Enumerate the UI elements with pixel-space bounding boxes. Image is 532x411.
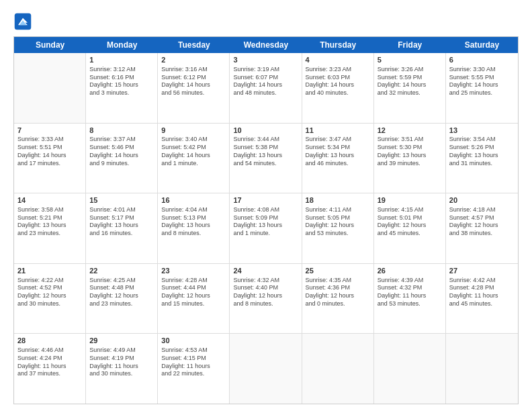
day-number: 19 (378, 195, 442, 205)
empty-cell (374, 334, 446, 404)
day-number: 7 (17, 126, 82, 136)
calendar-day-cell: 14Sunrise: 3:58 AM Sunset: 5:21 PM Dayli… (14, 193, 86, 263)
day-number: 28 (17, 336, 82, 346)
day-info: Sunrise: 4:18 AM Sunset: 4:57 PM Dayligh… (449, 206, 515, 238)
day-number: 10 (233, 126, 298, 136)
day-info: Sunrise: 4:08 AM Sunset: 5:09 PM Dayligh… (233, 206, 298, 238)
day-info: Sunrise: 4:49 AM Sunset: 4:19 PM Dayligh… (89, 347, 154, 378)
day-info: Sunrise: 4:25 AM Sunset: 4:48 PM Dayligh… (89, 277, 154, 308)
day-info: Sunrise: 3:16 AM Sunset: 6:12 PM Dayligh… (161, 66, 226, 97)
logo-icon (13, 12, 32, 31)
calendar-day-cell: 29Sunrise: 4:49 AM Sunset: 4:19 PM Dayli… (86, 334, 158, 404)
day-info: Sunrise: 3:23 AM Sunset: 6:03 PM Dayligh… (306, 66, 370, 97)
calendar-day-cell: 2Sunrise: 3:16 AM Sunset: 6:12 PM Daylig… (158, 53, 230, 123)
day-number: 3 (233, 55, 298, 65)
logo (13, 12, 34, 31)
calendar-day-cell: 4Sunrise: 3:23 AM Sunset: 6:03 PM Daylig… (302, 53, 374, 123)
day-number: 27 (449, 266, 515, 276)
calendar-day-cell: 20Sunrise: 4:18 AM Sunset: 4:57 PM Dayli… (446, 193, 518, 263)
day-info: Sunrise: 4:53 AM Sunset: 4:15 PM Dayligh… (161, 347, 226, 378)
empty-cell (14, 53, 86, 123)
day-number: 4 (306, 55, 370, 65)
calendar-day-cell: 8Sunrise: 3:37 AM Sunset: 5:46 PM Daylig… (86, 124, 158, 193)
calendar-day-cell: 25Sunrise: 4:35 AM Sunset: 4:36 PM Dayli… (302, 264, 374, 334)
calendar-day-cell: 16Sunrise: 4:04 AM Sunset: 5:13 PM Dayli… (158, 193, 230, 263)
day-number: 12 (378, 126, 442, 136)
day-number: 20 (449, 195, 515, 205)
calendar-row: 28Sunrise: 4:46 AM Sunset: 4:24 PM Dayli… (14, 334, 518, 404)
calendar-day-cell: 11Sunrise: 3:47 AM Sunset: 5:34 PM Dayli… (302, 124, 374, 193)
calendar-row: 14Sunrise: 3:58 AM Sunset: 5:21 PM Dayli… (14, 193, 518, 264)
day-info: Sunrise: 3:54 AM Sunset: 5:26 PM Dayligh… (449, 136, 515, 167)
day-info: Sunrise: 4:39 AM Sunset: 4:32 PM Dayligh… (378, 277, 442, 308)
day-info: Sunrise: 3:58 AM Sunset: 5:21 PM Dayligh… (17, 206, 82, 238)
calendar-row: 7Sunrise: 3:33 AM Sunset: 5:51 PM Daylig… (14, 124, 518, 194)
day-number: 2 (161, 55, 226, 65)
day-info: Sunrise: 4:04 AM Sunset: 5:13 PM Dayligh… (161, 206, 226, 238)
day-number: 18 (306, 195, 370, 205)
day-number: 25 (306, 266, 370, 276)
weekday-header: Friday (374, 37, 446, 53)
day-number: 1 (89, 55, 154, 65)
day-number: 23 (161, 266, 226, 276)
day-info: Sunrise: 4:35 AM Sunset: 4:36 PM Dayligh… (306, 277, 370, 308)
day-number: 6 (449, 55, 515, 65)
empty-cell (446, 334, 518, 404)
calendar-day-cell: 23Sunrise: 4:28 AM Sunset: 4:44 PM Dayli… (158, 264, 230, 334)
calendar-day-cell: 10Sunrise: 3:44 AM Sunset: 5:38 PM Dayli… (230, 124, 302, 193)
day-info: Sunrise: 4:28 AM Sunset: 4:44 PM Dayligh… (161, 277, 226, 308)
calendar-day-cell: 15Sunrise: 4:01 AM Sunset: 5:17 PM Dayli… (86, 193, 158, 263)
calendar-day-cell: 30Sunrise: 4:53 AM Sunset: 4:15 PM Dayli… (158, 334, 230, 404)
day-info: Sunrise: 4:01 AM Sunset: 5:17 PM Dayligh… (89, 206, 154, 238)
weekday-header: Sunday (14, 37, 86, 53)
weekday-header: Tuesday (158, 37, 230, 53)
calendar-day-cell: 1Sunrise: 3:12 AM Sunset: 6:16 PM Daylig… (86, 53, 158, 123)
day-number: 13 (449, 126, 515, 136)
day-number: 17 (233, 195, 298, 205)
day-number: 24 (233, 266, 298, 276)
empty-cell (302, 334, 374, 404)
day-info: Sunrise: 3:47 AM Sunset: 5:34 PM Dayligh… (306, 136, 370, 167)
day-info: Sunrise: 3:37 AM Sunset: 5:46 PM Dayligh… (89, 136, 154, 167)
day-info: Sunrise: 4:42 AM Sunset: 4:28 PM Dayligh… (449, 277, 515, 308)
calendar-row: 21Sunrise: 4:22 AM Sunset: 4:52 PM Dayli… (14, 264, 518, 334)
calendar-day-cell: 28Sunrise: 4:46 AM Sunset: 4:24 PM Dayli… (14, 334, 86, 404)
calendar-day-cell: 12Sunrise: 3:51 AM Sunset: 5:30 PM Dayli… (374, 124, 446, 193)
weekday-header: Saturday (446, 37, 518, 53)
day-info: Sunrise: 4:46 AM Sunset: 4:24 PM Dayligh… (17, 347, 82, 378)
day-number: 14 (17, 195, 82, 205)
weekday-header: Wednesday (230, 37, 302, 53)
day-info: Sunrise: 3:12 AM Sunset: 6:16 PM Dayligh… (89, 66, 154, 97)
page: SundayMondayTuesdayWednesdayThursdayFrid… (0, 0, 532, 411)
day-info: Sunrise: 4:22 AM Sunset: 4:52 PM Dayligh… (17, 277, 82, 308)
day-number: 22 (89, 266, 154, 276)
day-info: Sunrise: 3:30 AM Sunset: 5:55 PM Dayligh… (449, 66, 515, 97)
calendar-day-cell: 17Sunrise: 4:08 AM Sunset: 5:09 PM Dayli… (230, 193, 302, 263)
day-number: 11 (306, 126, 370, 136)
calendar-day-cell: 18Sunrise: 4:11 AM Sunset: 5:05 PM Dayli… (302, 193, 374, 263)
calendar-day-cell: 27Sunrise: 4:42 AM Sunset: 4:28 PM Dayli… (446, 264, 518, 334)
day-number: 30 (161, 336, 226, 346)
calendar-day-cell: 6Sunrise: 3:30 AM Sunset: 5:55 PM Daylig… (446, 53, 518, 123)
empty-cell (230, 334, 302, 404)
day-number: 8 (89, 126, 154, 136)
calendar-row: 1Sunrise: 3:12 AM Sunset: 6:16 PM Daylig… (14, 53, 518, 124)
calendar-day-cell: 3Sunrise: 3:19 AM Sunset: 6:07 PM Daylig… (230, 53, 302, 123)
calendar: SundayMondayTuesdayWednesdayThursdayFrid… (13, 36, 519, 404)
calendar-day-cell: 26Sunrise: 4:39 AM Sunset: 4:32 PM Dayli… (374, 264, 446, 334)
weekday-header: Thursday (302, 37, 374, 53)
calendar-day-cell: 5Sunrise: 3:26 AM Sunset: 5:59 PM Daylig… (374, 53, 446, 123)
day-info: Sunrise: 3:51 AM Sunset: 5:30 PM Dayligh… (378, 136, 442, 167)
day-number: 9 (161, 126, 226, 136)
weekday-header: Monday (86, 37, 158, 53)
calendar-day-cell: 19Sunrise: 4:15 AM Sunset: 5:01 PM Dayli… (374, 193, 446, 263)
day-number: 16 (161, 195, 226, 205)
calendar-day-cell: 22Sunrise: 4:25 AM Sunset: 4:48 PM Dayli… (86, 264, 158, 334)
day-info: Sunrise: 3:33 AM Sunset: 5:51 PM Dayligh… (17, 136, 82, 167)
day-info: Sunrise: 3:26 AM Sunset: 5:59 PM Dayligh… (378, 66, 442, 97)
day-info: Sunrise: 3:19 AM Sunset: 6:07 PM Dayligh… (233, 66, 298, 97)
day-number: 21 (17, 266, 82, 276)
calendar-day-cell: 24Sunrise: 4:32 AM Sunset: 4:40 PM Dayli… (230, 264, 302, 334)
day-info: Sunrise: 3:44 AM Sunset: 5:38 PM Dayligh… (233, 136, 298, 167)
day-info: Sunrise: 4:15 AM Sunset: 5:01 PM Dayligh… (378, 206, 442, 238)
